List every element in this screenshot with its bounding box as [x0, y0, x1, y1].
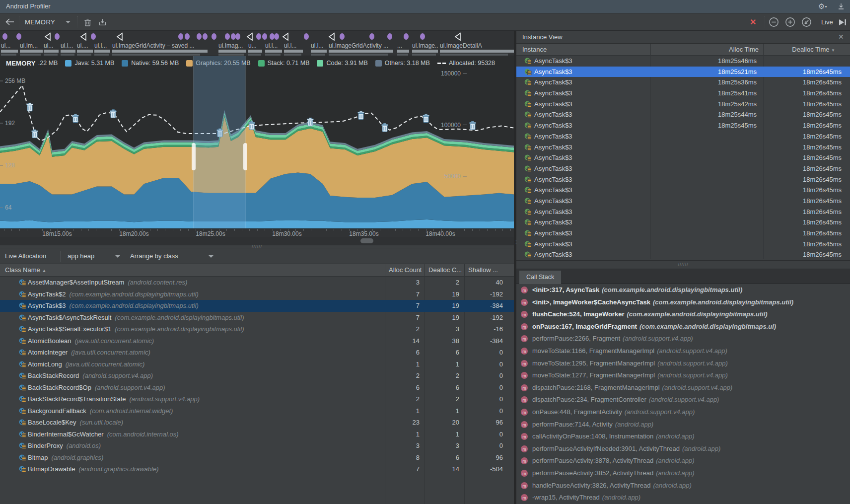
stack-frame[interactable]: moveToState:1295, FragmentManagerImpl(an… — [516, 358, 850, 370]
close-icon[interactable]: ✕ — [838, 33, 844, 41]
instance-row[interactable]: AsyncTask$3 18m26s45ms — [516, 196, 850, 207]
back-event-icon[interactable] — [80, 32, 87, 41]
instance-row[interactable]: AsyncTask$3 18m25s44ms 18m26s45ms — [516, 109, 850, 120]
instance-row[interactable]: AsyncTask$3 18m26s45ms — [516, 239, 850, 250]
skip-to-live-icon[interactable] — [838, 18, 847, 26]
activity-segment[interactable]: ui.Imag... — [218, 42, 246, 56]
table-row[interactable]: AsyncTask$3(com.example.android.displayi… — [0, 300, 514, 312]
activity-event-dot[interactable] — [420, 33, 425, 40]
activity-segment[interactable]: ui.l... — [61, 42, 75, 56]
instance-row[interactable]: AsyncTask$3 18m26s45ms — [516, 174, 850, 185]
heap-dropdown[interactable]: app heap — [68, 252, 94, 260]
memory-area-chart[interactable]: 256 MB1921286415000010000050000 — [0, 56, 514, 228]
activity-event-dot[interactable] — [185, 33, 190, 40]
column-alloc-count[interactable]: Alloc Count — [389, 266, 422, 274]
gc-event-icon[interactable] — [249, 122, 255, 130]
activity-event-dot[interactable] — [203, 33, 208, 40]
activity-event-dot[interactable] — [404, 33, 409, 40]
table-row[interactable]: Bitmap(android.graphics) 8 6 96 — [0, 452, 514, 464]
gc-event-icon[interactable] — [470, 122, 476, 130]
activity-segment[interactable]: ui.ImageDetailA — [440, 42, 514, 56]
activity-segment[interactable]: ui.l... — [265, 42, 282, 56]
activity-event-dot[interactable] — [16, 33, 21, 40]
column-dealloc-count[interactable]: Dealloc C... — [428, 266, 462, 274]
stack-frame[interactable]: dispatchPause:234, FragmentController(an… — [516, 394, 850, 406]
stack-frame[interactable]: onPause:167, ImageGridFragment(com.examp… — [516, 321, 850, 333]
activity-event-dot[interactable] — [91, 33, 96, 40]
table-row[interactable]: BackStackRecord$TransitionState(android.… — [0, 393, 514, 405]
instance-row[interactable]: AsyncTask$3 18m25s45ms 18m26s45ms — [516, 120, 850, 131]
trash-icon[interactable] — [83, 18, 92, 26]
selection-handle-left[interactable] — [192, 143, 196, 170]
table-row[interactable]: BackStackRecord$Op(android.support.v4.ap… — [0, 382, 514, 394]
stack-frame[interactable]: -wrap15, ActivityThread(android.app) — [516, 492, 850, 504]
instance-row[interactable]: AsyncTask$3 18m25s36ms 18m26s45ms — [516, 77, 850, 88]
export-icon[interactable] — [98, 18, 107, 26]
activity-segment[interactable]: ui.ImageGridActivity ... — [329, 42, 393, 56]
activity-event-dot[interactable] — [274, 33, 279, 40]
column-dealloc-time[interactable]: Dealloc Time ▼ — [774, 46, 835, 53]
stack-frame[interactable]: performPause:7144, Activity(android.app) — [516, 419, 850, 431]
column-shallow-size[interactable]: Shallow ... — [468, 266, 498, 274]
table-row[interactable]: AtomicInteger(java.util.concurrent.atomi… — [0, 347, 514, 359]
back-arrow-icon[interactable] — [5, 18, 15, 26]
selection-handle-right[interactable] — [243, 143, 247, 170]
stack-frame[interactable]: performPause:2266, Fragment(android.supp… — [516, 333, 850, 345]
activity-event-dot[interactable] — [369, 33, 374, 40]
back-event-icon[interactable] — [116, 32, 123, 41]
table-row[interactable]: BaseLocale$Key(sun.util.locale) 23 20 96 — [0, 417, 514, 429]
stack-frame[interactable]: dispatchPause:2168, FragmentManagerImpl(… — [516, 382, 850, 394]
table-row[interactable]: BackgroundFallback(com.android.internal.… — [0, 405, 514, 417]
table-row[interactable]: AssetManager$AssetInputStream(android.co… — [0, 277, 514, 288]
time-range-selection[interactable] — [194, 56, 245, 228]
table-row[interactable]: BinderInternal$GcWatcher(com.android.int… — [0, 429, 514, 440]
memory-chart[interactable]: MEMORY.22 MB Java: 5.31 MBNative: 59.56 … — [0, 56, 514, 228]
call-stack-list[interactable]: <init>:317, AsyncTask(com.example.androi… — [516, 284, 850, 504]
stack-frame[interactable]: onPause:448, FragmentActivity(android.su… — [516, 406, 850, 419]
gc-event-icon[interactable] — [307, 118, 314, 126]
table-row[interactable]: BinderProxy(android.os) 3 3 0 — [0, 440, 514, 452]
instance-row[interactable]: AsyncTask$3 18m26s45ms — [516, 152, 850, 163]
stack-frame[interactable]: performPauseActivityIfNeeded:3901, Activ… — [516, 443, 850, 455]
horizontal-splitter[interactable]: ////// — [0, 245, 514, 248]
activity-segment[interactable]: ui.... — [77, 42, 93, 56]
gc-event-icon[interactable] — [382, 124, 388, 132]
zoom-in-icon[interactable] — [785, 17, 795, 27]
close-session-icon[interactable]: ✕ — [750, 17, 756, 27]
back-event-icon[interactable] — [246, 32, 253, 41]
table-row[interactable]: AtomicLong(java.util.concurrent.atomic) … — [0, 359, 514, 370]
stack-frame[interactable]: performPauseActivity:3878, ActivityThrea… — [516, 455, 850, 467]
back-event-icon[interactable] — [44, 32, 51, 41]
download-icon[interactable] — [837, 2, 845, 10]
allocation-table[interactable]: AssetManager$AssetInputStream(android.co… — [0, 277, 514, 504]
profiler-type-dropdown[interactable]: MEMORY — [25, 18, 55, 26]
gear-icon[interactable]: ⚙▾ — [818, 2, 827, 10]
instance-row[interactable]: AsyncTask$3 18m26s45ms — [516, 249, 850, 259]
table-row[interactable]: AsyncTask$AsyncTaskResult(com.example.an… — [0, 312, 514, 324]
activity-event-dot[interactable] — [262, 33, 267, 40]
activity-segment[interactable]: ui.l... — [311, 42, 327, 56]
activity-timeline[interactable]: ui... ui.Im... ui... ui.l... ui.... ui.l… — [0, 42, 514, 56]
reset-zoom-icon[interactable] — [801, 17, 812, 27]
horizontal-splitter[interactable]: ////// — [516, 260, 850, 269]
column-instance[interactable]: Instance — [522, 46, 547, 53]
activity-event-dot[interactable] — [2, 33, 7, 40]
live-button[interactable]: Live — [821, 18, 833, 26]
stack-frame[interactable]: <init>, ImageWorker$CacheAsyncTask(com.e… — [516, 296, 850, 309]
stack-frame[interactable]: callActivityOnPause:1408, Instrumentatio… — [516, 431, 850, 443]
activity-segment[interactable]: ... — [397, 42, 409, 56]
activity-event-dot[interactable] — [197, 33, 202, 40]
gc-event-icon[interactable] — [72, 114, 79, 123]
table-row[interactable]: AtomicBoolean(java.util.concurrent.atomi… — [0, 335, 514, 347]
gc-event-icon[interactable] — [358, 111, 364, 120]
timeline-scrollbar[interactable] — [0, 237, 514, 245]
activity-segment[interactable]: ui.ImageGridActivity – saved ... — [112, 42, 208, 56]
table-row[interactable]: AsyncTask$2(com.example.android.displayi… — [0, 288, 514, 300]
activity-event-dot[interactable] — [178, 33, 183, 40]
gc-event-icon[interactable] — [110, 110, 117, 118]
activity-event-dot[interactable] — [212, 33, 216, 40]
chevron-down-icon[interactable] — [209, 255, 213, 258]
activity-event-dot[interactable] — [256, 33, 261, 40]
stack-frame[interactable]: performPauseActivity:3852, ActivityThrea… — [516, 467, 850, 480]
gc-event-icon[interactable] — [32, 130, 38, 138]
